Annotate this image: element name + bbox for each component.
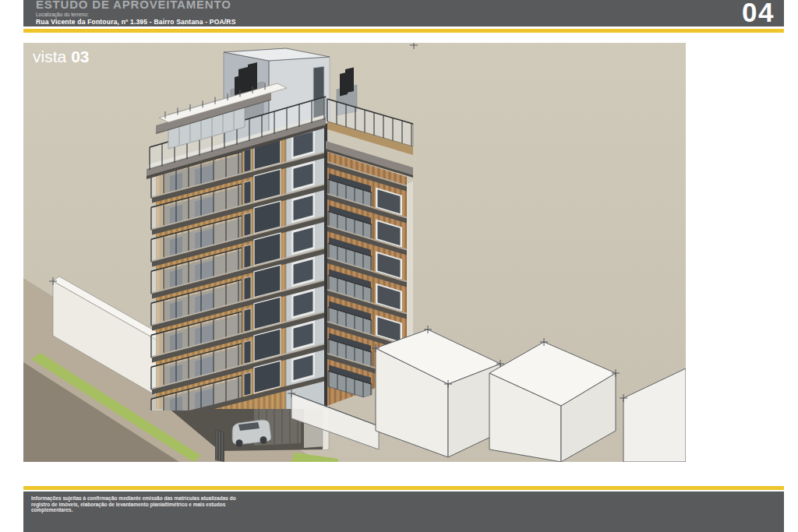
disclaimer: Informações sujeitas à confirmação media… (23, 491, 784, 513)
building-render (23, 43, 686, 462)
location-label: Localização do terreno: (36, 12, 89, 17)
disclaimer-line: complementares. (31, 507, 784, 513)
disclaimer-line: registro de imóveis, elaboração de levan… (31, 502, 784, 508)
accent-rule-top (23, 29, 784, 33)
render-viewport: vista03 (23, 43, 686, 462)
car (232, 420, 271, 447)
view-label-prefix: vista (33, 48, 66, 65)
view-label: vista03 (33, 48, 90, 66)
location-value: Rua Vicente da Fontoura, nº 1.395 - Bair… (36, 18, 236, 26)
gate (215, 429, 224, 462)
footer-bar: Informações sujeitas à confirmação media… (23, 491, 784, 532)
disclaimer-line: Informações sujeitas à confirmação media… (31, 495, 784, 502)
view-label-number: 03 (71, 48, 89, 65)
page-title: ESTUDO DE APROVEITAMENTO (36, 0, 231, 11)
corner-edge (324, 117, 327, 409)
page-number: 04 (742, 0, 775, 28)
accent-rule-bottom (23, 486, 784, 490)
header-bar: ESTUDO DE APROVEITAMENTO Localização do … (23, 0, 784, 26)
